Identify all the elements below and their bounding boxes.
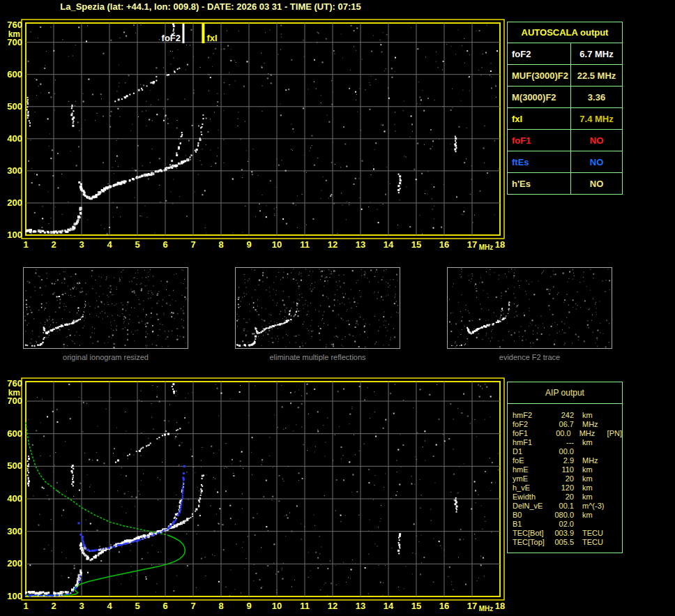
autoscala-row-label: M(3000)F2 — [508, 87, 571, 107]
svg-text:400: 400 — [7, 493, 22, 504]
svg-text:17: 17 — [467, 239, 477, 250]
aip-row: D100.0 — [513, 447, 622, 456]
aip-row: TEC[Bot]003.9TECU — [513, 529, 622, 538]
aip-unit: km — [582, 411, 612, 420]
svg-text:500: 500 — [7, 460, 22, 471]
svg-text:2: 2 — [51, 601, 56, 611]
svg-text:700: 700 — [7, 396, 22, 406]
aip-extra: [PN] — [607, 429, 622, 438]
station-title: La_Spezia (lat: +44.1, lon: 009.8) - DAT… — [0, 1, 421, 12]
svg-text:10: 10 — [272, 239, 282, 250]
autoscala-app-window: { "title": "La_Spezia (lat: +44.1, lon: … — [0, 0, 675, 616]
svg-text:14: 14 — [384, 239, 394, 250]
aip-row: TEC[Top]005.5TECU — [513, 538, 622, 547]
svg-text:5: 5 — [135, 239, 139, 250]
svg-text:760: 760 — [7, 378, 22, 389]
aip-unit: MHz — [582, 456, 612, 465]
aip-unit: m^(-3) — [582, 502, 612, 511]
svg-text:600: 600 — [7, 428, 22, 439]
svg-text:10: 10 — [272, 601, 282, 611]
autoscala-row-value: 22.5 MHz — [571, 65, 622, 86]
autoscala-table-rows: foF26.7 MHzMUF(3000)F222.5 MHzM(3000)F23… — [508, 43, 622, 194]
autoscala-row-value: NO — [571, 151, 622, 172]
aip-label: B1 — [513, 520, 550, 529]
aip-value: --- — [550, 438, 574, 447]
aip-unit: km — [582, 483, 612, 493]
aip-unit: km — [582, 474, 612, 483]
svg-text:17: 17 — [467, 601, 477, 611]
svg-text:2: 2 — [51, 239, 56, 250]
autoscala-row-label: h'Es — [508, 173, 571, 194]
aip-label: ymE — [513, 474, 550, 483]
aip-row: foF100.0MHz[PN] — [513, 429, 622, 438]
panel-original-ionogram-canvas — [24, 268, 188, 348]
aip-value: 120 — [550, 483, 574, 493]
autoscala-row: foF26.7 MHz — [508, 43, 622, 65]
aip-unit: TECU — [582, 529, 612, 538]
panel-caption-evidence: evidence F2 trace — [447, 353, 612, 361]
svg-text:12: 12 — [328, 239, 338, 250]
svg-text:300: 300 — [7, 526, 22, 536]
aip-label: D1 — [513, 447, 550, 456]
aip-value: 005.5 — [550, 538, 574, 547]
svg-text:760: 760 — [7, 20, 22, 30]
autoscala-row: fxI7.4 MHz — [508, 108, 622, 130]
svg-text:11: 11 — [300, 239, 310, 250]
svg-text:16: 16 — [439, 601, 449, 611]
svg-text:13: 13 — [356, 601, 365, 611]
svg-text:600: 600 — [7, 69, 22, 80]
aip-row: B102.0 — [513, 520, 622, 529]
svg-text:100: 100 — [7, 591, 22, 601]
aip-label: B0 — [513, 511, 550, 520]
panel-caption-original: original ionogram resized — [23, 353, 188, 361]
aip-unit: km — [582, 511, 612, 520]
svg-text:3: 3 — [79, 601, 84, 611]
autoscala-row-value: 7.4 MHz — [571, 108, 622, 129]
svg-text:4: 4 — [107, 239, 112, 250]
aip-value: 110 — [550, 465, 574, 474]
top-ionogram-plot: foF2fxI760km7006005004003002001001234567… — [0, 17, 506, 258]
aip-unit: km — [582, 465, 612, 474]
aip-label: foF1 — [513, 429, 548, 438]
aip-label: DelN_vE — [513, 502, 550, 511]
autoscala-output-table: AUTOSCALA output foF26.7 MHzMUF(3000)F22… — [507, 22, 623, 195]
aip-label: hmE — [513, 465, 550, 474]
aip-value: 00.0 — [550, 447, 574, 456]
svg-text:MHz: MHz — [479, 605, 494, 613]
aip-label: hmF2 — [513, 411, 550, 420]
svg-text:fxI: fxI — [206, 33, 217, 43]
panel-eliminate-reflections — [235, 267, 400, 349]
aip-unit: km — [582, 493, 612, 502]
aip-value: 00.1 — [550, 502, 574, 511]
aip-value: 242 — [550, 411, 574, 420]
aip-value: 06.7 — [550, 420, 574, 429]
svg-text:300: 300 — [7, 165, 22, 176]
svg-text:4: 4 — [107, 601, 112, 611]
aip-table-rows: hmF2242kmfoF206.7MHzfoF100.0MHz[PN]hmF1-… — [508, 404, 622, 547]
panel-original-ionogram — [23, 267, 188, 349]
aip-value: 080.0 — [550, 511, 574, 520]
svg-text:1: 1 — [23, 601, 28, 611]
aip-row: DelN_vE00.1m^(-3) — [513, 502, 622, 511]
panel-evidence-f2 — [447, 267, 612, 349]
autoscala-row-label: ftEs — [508, 151, 571, 172]
svg-text:13: 13 — [356, 239, 365, 250]
aip-label: hmF1 — [513, 438, 550, 447]
aip-unit: km — [582, 438, 612, 447]
aip-value: 2.9 — [550, 456, 574, 465]
svg-text:MHz: MHz — [479, 243, 494, 251]
aip-row: ymE20km — [513, 474, 622, 483]
svg-text:6: 6 — [162, 239, 167, 250]
aip-label: TEC[Bot] — [513, 529, 550, 538]
autoscala-row: M(3000)F23.36 — [508, 87, 622, 108]
aip-label: h_vE — [513, 483, 550, 493]
svg-text:1: 1 — [23, 239, 28, 250]
svg-text:15: 15 — [411, 601, 421, 611]
svg-text:16: 16 — [439, 239, 449, 250]
aip-output-table: AIP output hmF2242kmfoF206.7MHzfoF100.0M… — [507, 382, 623, 553]
autoscala-row-value: NO — [571, 173, 622, 194]
svg-text:7: 7 — [190, 601, 195, 611]
svg-text:700: 700 — [7, 37, 22, 47]
svg-text:100: 100 — [7, 230, 22, 240]
autoscala-row-value: 3.36 — [571, 87, 622, 107]
